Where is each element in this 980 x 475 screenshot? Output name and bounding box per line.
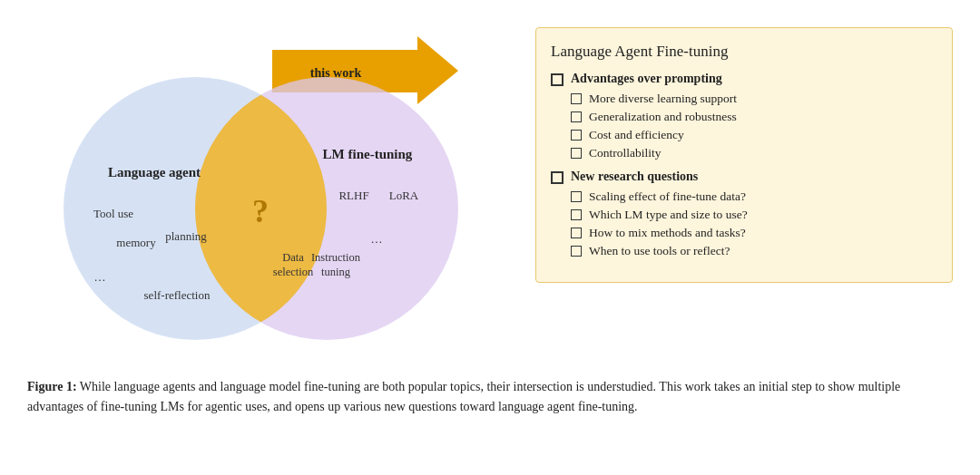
- adv-item-1: More diverse learning support: [571, 92, 934, 106]
- right-panel: Language Agent Fine-tuning Advantages ov…: [535, 27, 953, 283]
- res-cb-1: [571, 191, 582, 202]
- adv-item-3: Cost and efficiency: [571, 128, 934, 142]
- research-checkbox: [551, 171, 564, 184]
- res-text-1: Scaling effect of fine-tune data?: [589, 189, 746, 204]
- lang-agent-label: Language agent: [108, 165, 201, 179]
- adv-text-2: Generalization and robustness: [589, 110, 737, 124]
- res-item-3: How to mix methods and tasks?: [571, 226, 934, 240]
- ellipsis-lang-text: …: [94, 270, 106, 284]
- svg-marker-1: [417, 36, 458, 104]
- res-text-4: When to use tools or reflect?: [589, 244, 730, 258]
- advantages-section: Advantages over prompting More diverse l…: [551, 72, 934, 160]
- data-selection-text: Data: [282, 251, 304, 264]
- research-header-text: New research questions: [571, 170, 698, 184]
- venn-svg: this work Language agent LM fine-tuning …: [27, 18, 535, 354]
- res-text-2: Which LM type and size to use?: [589, 208, 748, 222]
- ellipsis-lm-text: …: [371, 232, 383, 246]
- res-item-2: Which LM type and size to use?: [571, 208, 934, 222]
- res-text-3: How to mix methods and tasks?: [589, 226, 746, 240]
- adv-cb-2: [571, 111, 582, 122]
- res-cb-2: [571, 209, 582, 220]
- advantages-sublist: More diverse learning support Generaliza…: [551, 92, 934, 160]
- panel-title: Language Agent Fine-tuning: [551, 43, 934, 61]
- tool-use-text: Tool use: [93, 207, 133, 220]
- instruction-text: Instruction: [311, 251, 361, 264]
- memory-text: memory: [116, 236, 156, 249]
- data-selection-text2: selection: [273, 266, 314, 278]
- advantages-header: Advantages over prompting: [551, 72, 934, 86]
- adv-cb-1: [571, 93, 582, 104]
- adv-cb-3: [571, 130, 582, 141]
- adv-item-2: Generalization and robustness: [571, 110, 934, 124]
- res-cb-4: [571, 246, 582, 257]
- rlhf-text: RLHF: [338, 189, 368, 202]
- caption-text: While language agents and language model…: [27, 380, 900, 413]
- advantages-header-text: Advantages over prompting: [571, 72, 722, 86]
- planning-text: planning: [165, 229, 207, 243]
- lora-text: LoRA: [389, 189, 419, 202]
- instruction-text2: tuning: [321, 266, 351, 278]
- lm-label: LM fine-tuning: [323, 147, 413, 161]
- adv-item-4: Controllability: [571, 146, 934, 160]
- caption-label: Figure 1:: [27, 380, 77, 393]
- res-item-1: Scaling effect of fine-tune data?: [571, 189, 934, 204]
- figure-caption: Figure 1: While language agents and lang…: [27, 373, 953, 416]
- adv-text-1: More diverse learning support: [589, 92, 737, 106]
- research-header: New research questions: [551, 170, 934, 184]
- self-reflection-text: self-reflection: [144, 288, 211, 302]
- diagram-area: this work Language agent LM fine-tuning …: [27, 18, 953, 357]
- adv-text-3: Cost and efficiency: [589, 128, 684, 142]
- advantages-checkbox: [551, 73, 564, 86]
- figure-container: this work Language agent LM fine-tuning …: [27, 18, 953, 416]
- adv-cb-4: [571, 148, 582, 159]
- adv-text-4: Controllability: [589, 146, 662, 160]
- res-item-4: When to use tools or reflect?: [571, 244, 934, 258]
- research-sublist: Scaling effect of fine-tune data? Which …: [551, 189, 934, 258]
- venn-section: this work Language agent LM fine-tuning …: [27, 18, 535, 357]
- research-section: New research questions Scaling effect of…: [551, 170, 934, 258]
- question-mark: ?: [252, 193, 269, 229]
- res-cb-3: [571, 228, 582, 238]
